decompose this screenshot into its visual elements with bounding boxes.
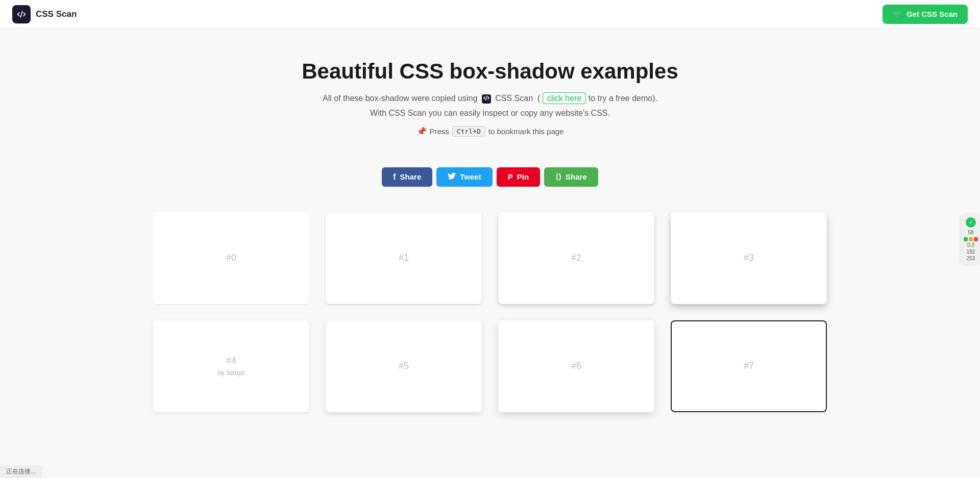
css-scan-label: CSS Scan	[495, 94, 533, 103]
status-bar: 正在连接...	[0, 465, 42, 478]
page-title: Beautiful CSS box-shadow examples	[10, 59, 970, 84]
color-dot-yellow	[969, 237, 973, 241]
card-attr-4: by 3drops	[218, 369, 245, 376]
bookmark-suffix: to bookmark this page	[488, 127, 564, 136]
shadow-card-1[interactable]: #1	[326, 212, 482, 304]
share-row: f Share Tweet P Pin ⟨⟩ Share	[0, 167, 980, 187]
card-label-6: #6	[571, 361, 581, 371]
card-label-1: #1	[399, 253, 409, 263]
status-text: 正在连接...	[6, 468, 36, 475]
facebook-share-button[interactable]: f Share	[382, 167, 432, 187]
shadow-card-3[interactable]: #3	[671, 212, 827, 304]
grid-row-1: #0 #1 #2 #3	[153, 212, 827, 304]
get-btn-label: Get CSS Scan	[906, 10, 958, 18]
get-css-scan-button[interactable]: 🛒 Get CSS Scan	[883, 5, 968, 24]
shadow-card-7[interactable]: #7	[671, 320, 827, 412]
twitter-tweet-button[interactable]: Tweet	[436, 167, 492, 187]
hero-subtitle2: With CSS Scan you can easily inspect or …	[10, 109, 970, 118]
logo-icon	[12, 5, 31, 23]
logo-text: CSS Scan	[36, 9, 77, 19]
shadow-card-5[interactable]: #5	[326, 320, 482, 412]
logo-area: CSS Scan	[12, 5, 77, 23]
twitter-label: Tweet	[460, 172, 481, 181]
share-other-icon: ⟨⟩	[555, 172, 561, 182]
check-icon: ✓	[966, 217, 976, 228]
color-dot-green	[964, 237, 968, 241]
hero-subtitle: All of these box-shadow were copied usin…	[10, 94, 970, 104]
indicator-y2: 253	[967, 256, 975, 261]
indicator-x: 0.0	[967, 242, 974, 248]
card-label-4: #4	[226, 356, 236, 366]
card-label-0: #0	[226, 253, 236, 263]
twitter-icon	[448, 172, 456, 181]
pin-icon: 📌	[416, 127, 427, 136]
facebook-icon: f	[393, 172, 396, 182]
card-label-5: #5	[399, 361, 409, 371]
hero-section: Beautiful CSS box-shadow examples All of…	[0, 29, 980, 152]
share-other-label: Share	[566, 172, 587, 181]
bookmark-prefix: Press	[430, 127, 449, 136]
pinterest-icon: P	[508, 172, 513, 181]
indicator-value: 58	[968, 230, 973, 235]
subtitle-suffix: to try a free demo).	[589, 94, 657, 103]
pinterest-pin-button[interactable]: P Pin	[497, 167, 540, 187]
card-label-7: #7	[744, 361, 754, 371]
header: CSS Scan 🛒 Get CSS Scan	[0, 0, 980, 29]
share-other-button[interactable]: ⟨⟩ Share	[544, 167, 598, 187]
keyboard-shortcut: Ctrl+D	[452, 126, 485, 137]
subtitle-prefix: All of these box-shadow were copied usin…	[323, 94, 477, 103]
indicator-y1: 192	[967, 249, 975, 255]
shadow-card-2[interactable]: #2	[498, 212, 654, 304]
grid-row-2: #4 by 3drops #5 #6 #7	[153, 320, 827, 412]
shadow-card-4[interactable]: #4 by 3drops	[153, 320, 309, 412]
pinterest-label: Pin	[517, 172, 529, 181]
css-scan-inline-icon	[482, 94, 491, 104]
shadow-card-0[interactable]: #0	[153, 212, 309, 304]
cart-icon: 🛒	[893, 10, 902, 19]
scrollbar-indicator: ✓ 58 0.0 192 253	[962, 214, 980, 264]
color-bar	[964, 237, 978, 241]
card-label-3: #3	[744, 253, 754, 263]
shadow-card-6[interactable]: #6	[498, 320, 654, 412]
color-dot-red	[974, 237, 978, 241]
click-here-link[interactable]: click here	[543, 92, 586, 104]
bookmark-hint: 📌 Press Ctrl+D to bookmark this page	[10, 126, 970, 137]
facebook-label: Share	[400, 172, 422, 181]
shadow-grid: #0 #1 #2 #3 #4 by 3drops #5 #6 #7	[133, 212, 847, 412]
card-label-2: #2	[571, 253, 581, 263]
